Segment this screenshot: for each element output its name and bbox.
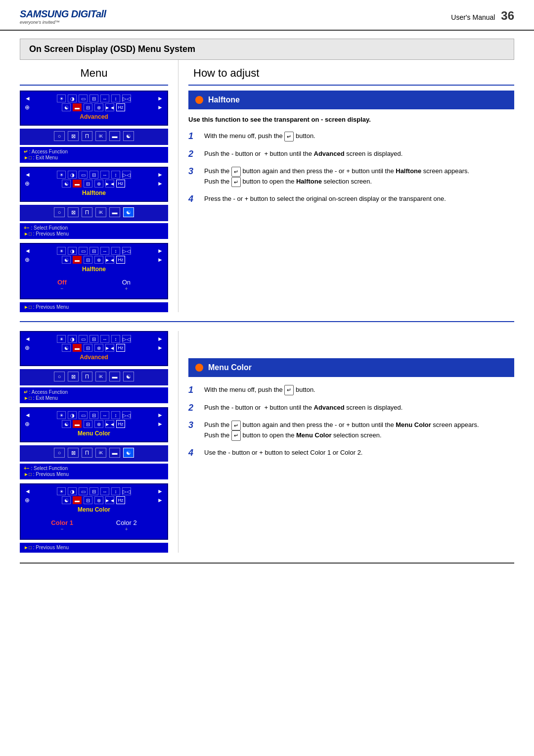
adjust-menucolor-spacer — [188, 331, 514, 358]
osd-right-arrow-2: ► — [157, 104, 163, 111]
osd-label-halftone-2: Halftone — [25, 189, 163, 196]
mc-osd1-topbar-1: ◄ ☀ ◑ ▭ ⊟ ↔ ↕ ▷◁ ► — [25, 335, 163, 343]
osd-label-halftone-3: Halftone — [25, 266, 163, 273]
option-color1: Color 1 − — [51, 519, 73, 532]
mc-enter-key-1: ↵ — [284, 385, 294, 395]
mc-osd3-topbar-2: ⊕ ☯ ▬ ⊟ ⊗ ►◄ Hz ► — [25, 496, 163, 504]
option-color1-sign: − — [51, 526, 73, 532]
mc-enter-key-3b: ↵ — [231, 430, 241, 441]
mc-osd-footer-2: +− : Select Function ►□ : Previous Menu — [20, 464, 168, 479]
sub-icon-6: ☯ — [123, 131, 134, 141]
osd-screen-1: ◄ ☀ ◑ ▭ ⊟ ↔ ↕ ▷◁ ► ⊕ ☯ ▬ ⊟ ⊗ — [20, 91, 168, 126]
step-num-3: 3 — [188, 166, 198, 177]
option-color2-sign: + — [116, 526, 137, 532]
halftone-step-3: 3 Push the ↵ button again and then press… — [188, 166, 514, 187]
mc-osd-footer-3: ►□ : Previous Menu — [20, 543, 168, 553]
mc-step-text-1: With the menu off, push the ↵ button. — [204, 385, 315, 395]
menucolor-bullet — [195, 364, 203, 372]
osd-submenu-1: ○ ⊠ Π iK ▬ ☯ — [20, 129, 168, 145]
halftone-subtitle: Use this function to see the transparent… — [188, 115, 514, 124]
osd-footer-1: ↵ : Access Function ►□ : Exit Menu — [20, 147, 168, 163]
osd2-icons-bot: ☯ ▬ ⊟ ⊗ ►◄ Hz — [62, 180, 125, 188]
mc-icons-top-2: ☀ ◑ ▭ ⊟ ↔ ↕ ▷◁ — [57, 411, 131, 419]
halftone-header: Halftone — [188, 91, 514, 109]
step-text-4: Press the - or + button to select the or… — [204, 194, 446, 204]
mc-step-num-3: 3 — [188, 420, 198, 431]
osd2-icons-top: ☀ ◑ ▭ ⊟ ↔ ↕ ▷◁ — [57, 171, 131, 179]
osd-icon-screen: ⊟ — [84, 103, 92, 111]
step-text-3: Push the ↵ button again and then press t… — [204, 166, 469, 187]
menu-color-col-menu: ◄ ☀ ◑ ▭ ⊟ ↔ ↕ ▷◁ ► ⊕ ☯ ▬ ⊟ ⊗ — [20, 331, 178, 553]
osd-screen-2: ◄ ☀ ◑ ▭ ⊟ ↔ ↕ ▷◁ ► ⊕ ☯ ▬ ⊟ ⊗ — [20, 167, 168, 202]
halftone-steps: 1 With the menu off, push the ↵ button. … — [188, 131, 514, 204]
sub-icon-5: ▬ — [109, 131, 120, 141]
adjust-col-header: How to adjust — [188, 60, 514, 86]
sub-icon-2: ⊠ — [68, 131, 79, 141]
footer-exit-1: ►□ : Exit Menu — [24, 155, 164, 160]
mc-submenu-icons-1: ○ ⊠ Π iK ▬ ☯ — [24, 372, 164, 381]
mc-osd-footer-1: ↵ : Access Function ►□ : Exit Menu — [20, 387, 168, 403]
mc-osd-label-menucolor: Menu Color — [25, 430, 163, 437]
osd3-topbar-2: ⊕ ☯ ▬ ⊟ ⊗ ►◄ Hz ► — [25, 256, 163, 264]
mc-osd1-topbar-2: ⊕ ☯ ▬ ⊟ ⊗ ►◄ Hz ► — [25, 344, 163, 352]
osd-topbar-2: ⊕ ☯ ▬ ⊟ ⊗ ►◄ Hz ► — [25, 103, 163, 111]
enter-key-icon: ↵ — [284, 132, 294, 142]
page-bottom-line — [20, 563, 514, 564]
option-off: Off − — [57, 278, 67, 291]
osd-screen-3: ◄ ☀ ◑ ▭ ⊟ ↔ ↕ ▷◁ ► ⊕ ☯ ▬ ⊟ ⊗ — [20, 243, 168, 299]
osd2-submenu-icons: ○ ⊠ Π iK ▬ ☯ — [24, 207, 164, 217]
osd-icon-no: ⊗ — [94, 103, 103, 111]
osd3-icons-bot: ☯ ▬ ⊟ ⊗ ►◄ Hz — [62, 256, 125, 264]
osd-phi: ⊕ — [25, 104, 30, 111]
mc-enter-key-3a: ↵ — [231, 421, 241, 431]
option-on: On + — [122, 278, 131, 291]
option-off-text: Off — [57, 279, 67, 286]
osd-left-arrow: ◄ — [25, 95, 31, 102]
osd-options-halftone: Off − On + — [25, 274, 163, 295]
mc-step-2: 2 Push the - button or + button until th… — [188, 403, 514, 414]
halftone-bullet — [195, 96, 203, 104]
halftone-step-4: 4 Press the - or + button to select the … — [188, 194, 514, 205]
enter-key-3a: ↵ — [231, 167, 241, 177]
osd-options-color: Color 1 − Color 2 + — [25, 515, 163, 536]
osd-icons-row-bot: ☯ ▬ ⊟ ⊗ ►◄ Hz — [62, 103, 125, 111]
section-divider — [20, 321, 514, 322]
mc-step-4: 4 Use the - button or + button to select… — [188, 448, 514, 459]
osd-icon-color: ▷◁ — [122, 94, 131, 102]
menu-col-header: Menu — [20, 60, 168, 86]
menu-color-section: ◄ ☀ ◑ ▭ ⊟ ↔ ↕ ▷◁ ► ⊕ ☯ ▬ ⊟ ⊗ — [20, 331, 514, 553]
mc-step-1: 1 With the menu off, push the ↵ button. — [188, 385, 514, 396]
osd-icon-arrows: ↔ — [100, 94, 109, 102]
osd-icon-position: ⊟ — [89, 94, 98, 102]
adjust-column-halftone: How to adjust Halftone Use this function… — [178, 60, 514, 312]
mc-osd-screen-1: ◄ ☀ ◑ ▭ ⊟ ↔ ↕ ▷◁ ► ⊕ ☯ ▬ ⊟ ⊗ — [20, 331, 168, 366]
footer-access-1: ↵ : Access Function — [24, 149, 164, 154]
page-info: User's Manual 36 — [451, 9, 514, 23]
mc-osd-submenu-2: ○ ⊠ Π iK ▬ ☯ — [20, 445, 168, 462]
mc-step-text-3: Push the ↵ button again and then press t… — [204, 420, 479, 441]
enter-key-3b: ↵ — [231, 177, 241, 188]
mc-osd2-topbar-2: ⊕ ☯ ▬ ⊟ ⊗ ►◄ Hz ► — [25, 420, 163, 428]
menucolor-header: Menu Color — [188, 358, 514, 377]
menu-column: Menu ◄ ☀ ◑ ▭ ⊟ ↔ ↕ ▷◁ ► ⊕ ☯ — [20, 60, 178, 312]
step-num-1: 1 — [188, 131, 198, 142]
manual-label: User's Manual — [451, 13, 495, 21]
osd-icon-compat: ☯ — [62, 103, 71, 111]
step-num-4: 4 — [188, 194, 198, 205]
option-color2-text: Color 2 — [116, 519, 137, 526]
mc-icons-bot-1: ☯ ▬ ⊟ ⊗ ►◄ Hz — [62, 344, 125, 352]
mc-icons-bot-2: ☯ ▬ ⊟ ⊗ ►◄ Hz — [62, 420, 125, 428]
section-title-bar: On Screen Display (OSD) Menu System — [20, 39, 514, 60]
section-title: On Screen Display (OSD) Menu System — [29, 44, 505, 54]
halftone-title: Halftone — [208, 95, 240, 104]
mc-osd3-topbar-1: ◄ ☀ ◑ ▭ ⊟ ↔ ↕ ▷◁ ► — [25, 487, 163, 495]
osd-footer-3: ►□ : Previous Menu — [20, 302, 168, 312]
osd-icon-geometry: ▭ — [79, 94, 88, 102]
mc-step-3: 3 Push the ↵ button again and then press… — [188, 420, 514, 441]
osd2-topbar-2: ⊕ ☯ ▬ ⊟ ⊗ ►◄ Hz ► — [25, 180, 163, 188]
mc-step-num-4: 4 — [188, 448, 198, 459]
halftone-step-2: 2 Push the - button or + button until th… — [188, 149, 514, 160]
osd-icons-row-top: ☀ ◑ ▭ ⊟ ↔ ↕ ▷◁ — [57, 94, 131, 102]
logo-tagline: everyone's invited™ — [20, 20, 60, 25]
mc-submenu-icons-2: ○ ⊠ Π iK ▬ ☯ — [24, 448, 164, 458]
